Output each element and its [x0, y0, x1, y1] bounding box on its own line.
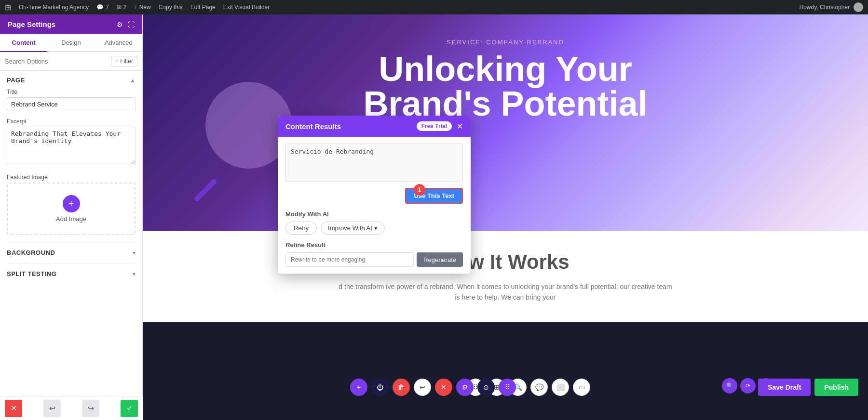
tab-advanced[interactable]: Advanced — [95, 34, 142, 52]
content-results-modal[interactable]: Content Results Free Trial ✕ 1 Use This … — [278, 116, 471, 274]
undo-button[interactable]: ↩ — [43, 400, 61, 417]
publish-button[interactable]: Publish — [814, 379, 858, 396]
sidebar-header: Page Settings ⚙ ⛶ — [0, 14, 142, 34]
background-section-title: Background — [7, 249, 55, 256]
improve-with-ai-button[interactable]: Improve With AI ▾ — [321, 222, 385, 235]
delete-element-button[interactable]: 🗑 — [393, 379, 410, 396]
step-badge: 1 — [414, 184, 425, 196]
main-content: SERVICE: COMPANY REBRAND Unlocking Your … — [143, 14, 868, 420]
copy-this-button[interactable]: Copy this — [159, 4, 183, 11]
sidebar-content: Page ▲ Title Excerpt Featured Image + Ad… — [0, 71, 142, 401]
featured-image-group: Featured Image + Add Image — [7, 174, 136, 235]
element-toolbar: + ⏻ 🗑 ↩ ✕ ⚙ ⊙ ⠿ — [350, 379, 516, 396]
split-testing-header: Split Testing ▾ — [7, 270, 136, 277]
toolbar-mobile-button[interactable]: ▭ — [573, 379, 590, 396]
free-trial-badge[interactable]: Free Trial — [417, 121, 452, 131]
featured-image-label: Featured Image — [7, 174, 136, 181]
admin-bar-right: Howdy, Christopher — [800, 2, 863, 12]
page-section-title: Page — [7, 77, 25, 84]
message-count[interactable]: ✉ 2 — [117, 4, 127, 11]
split-testing-section: Split Testing ▾ — [7, 263, 136, 277]
close-element-button[interactable]: ✕ — [435, 379, 452, 396]
filter-button[interactable]: + Filter — [111, 56, 137, 66]
wp-logo-icon[interactable]: ⊞ — [5, 3, 11, 12]
page-section-header: Page ▲ — [7, 77, 136, 84]
lock-element-button[interactable]: ⊙ — [477, 379, 495, 396]
content-result-textarea[interactable] — [285, 144, 463, 182]
confirm-button[interactable]: ✓ — [121, 400, 138, 417]
expand-icon[interactable]: ⛶ — [128, 21, 135, 28]
drag-element-button[interactable]: ⠿ — [499, 379, 516, 396]
save-draft-button[interactable]: Save Draft — [758, 379, 811, 396]
tab-content[interactable]: Content — [0, 34, 47, 52]
background-section-header: Background ▾ — [7, 249, 136, 256]
sidebar-tabs: Content Design Advanced — [0, 34, 142, 52]
excerpt-textarea[interactable] — [7, 127, 136, 165]
title-label: Title — [7, 89, 136, 95]
search-extra-button[interactable]: 🔍 — [722, 378, 737, 394]
hero-title: Unlocking Your Brand's Potential — [363, 52, 647, 121]
search-input[interactable] — [5, 58, 108, 65]
retry-button[interactable]: Retry — [285, 222, 317, 235]
toggle-element-button[interactable]: ⏻ — [371, 379, 389, 396]
background-chevron[interactable]: ▾ — [133, 249, 136, 256]
regenerate-button[interactable]: Regenerate — [417, 252, 463, 267]
modify-label: Modify With AI — [285, 210, 463, 218]
agency-name[interactable]: On-Time Marketing Agency — [19, 4, 89, 11]
sidebar-title: Page Settings — [8, 20, 55, 28]
add-image-icon: + — [63, 195, 80, 212]
bottom-action-bar: ✕ ↩ ↪ ✓ — [0, 396, 143, 420]
add-element-button[interactable]: + — [350, 379, 367, 396]
refine-label: Refine Result — [285, 241, 463, 249]
hero-title-line1: Unlocking Your — [363, 52, 647, 86]
tab-design[interactable]: Design — [47, 34, 95, 52]
title-input[interactable] — [7, 97, 136, 111]
hero-section: SERVICE: COMPANY REBRAND Unlocking Your … — [143, 14, 868, 231]
howdy-text: Howdy, Christopher — [800, 4, 850, 11]
refresh-extra-button[interactable]: ⟳ — [740, 378, 756, 394]
sidebar-search-row: + Filter — [0, 52, 142, 71]
modify-buttons: Retry Improve With AI ▾ — [285, 222, 463, 235]
modal-close-button[interactable]: ✕ — [457, 122, 463, 131]
how-it-works-text: d the transform ive power of a rebrand. … — [337, 281, 674, 303]
excerpt-field-group: Excerpt — [7, 118, 136, 167]
split-testing-title: Split Testing — [7, 270, 56, 277]
refine-input[interactable] — [285, 252, 414, 267]
chevron-down-icon: ▾ — [374, 224, 378, 232]
modal-header-right: Free Trial ✕ — [417, 121, 463, 131]
use-this-text-row: 1 Use This Text — [285, 188, 463, 204]
edit-page-button[interactable]: Edit Page — [190, 4, 216, 11]
page-section-chevron[interactable]: ▲ — [130, 77, 136, 84]
sidebar: Page Settings ⚙ ⛶ Content Design Advance… — [0, 14, 143, 420]
title-field-group: Title — [7, 89, 136, 111]
exit-builder-button[interactable]: Exit Visual Builder — [223, 4, 270, 11]
add-image-label: Add Image — [56, 215, 86, 223]
modal-header: Content Results Free Trial ✕ — [278, 116, 471, 137]
improve-label: Improve With AI — [328, 224, 372, 232]
settings-icon[interactable]: ⚙ — [117, 21, 123, 28]
modify-section: Modify With AI Retry Improve With AI ▾ — [285, 210, 463, 235]
toolbar-tablet-button[interactable]: ⬜ — [552, 379, 569, 396]
refine-section: Refine Result Regenerate — [285, 241, 463, 267]
how-it-works-title: How It Works — [172, 250, 839, 274]
toolbar-chat-button[interactable]: 💬 — [530, 379, 548, 396]
undo-element-button[interactable]: ↩ — [414, 379, 431, 396]
redo-button[interactable]: ↪ — [82, 400, 99, 417]
sidebar-header-icons: ⚙ ⛶ — [117, 21, 135, 28]
hero-decorative-shape-1 — [193, 178, 217, 202]
comment-count[interactable]: 💬 7 — [96, 4, 109, 11]
background-section: Background ▾ — [7, 242, 136, 256]
comment-icon: 💬 — [96, 4, 104, 11]
cancel-button[interactable]: ✕ — [5, 400, 22, 417]
message-icon: ✉ — [117, 4, 122, 11]
refine-row: Regenerate — [285, 252, 463, 267]
settings-element-button[interactable]: ⚙ — [456, 379, 474, 396]
new-button[interactable]: + New — [134, 4, 150, 11]
excerpt-label: Excerpt — [7, 118, 136, 125]
split-testing-chevron[interactable]: ▾ — [133, 271, 136, 277]
hero-service-label: SERVICE: COMPANY REBRAND — [447, 39, 564, 46]
action-buttons: Save Draft Publish — [758, 379, 858, 396]
featured-image-upload[interactable]: + Add Image — [7, 183, 136, 235]
admin-bar: ⊞ On-Time Marketing Agency 💬 7 ✉ 2 + New… — [0, 0, 868, 14]
user-avatar[interactable] — [854, 2, 863, 12]
